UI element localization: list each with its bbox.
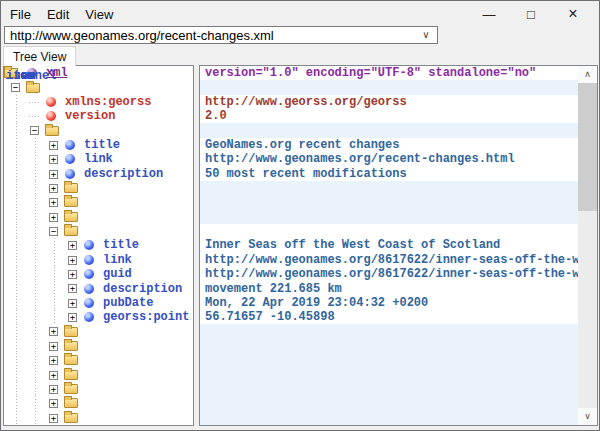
value-row: http://www.geonames.org/8617622/inner-se…: [200, 267, 578, 281]
expand-icon[interactable]: +: [49, 198, 58, 207]
scrollbar-thumb[interactable]: [578, 83, 597, 211]
expand-icon[interactable]: +: [68, 256, 77, 265]
minimize-button[interactable]: —: [468, 2, 510, 26]
tree-row[interactable]: −channel: [4, 123, 193, 137]
tree-node-label[interactable]: description: [83, 167, 163, 181]
tree-row[interactable]: +item: [4, 396, 193, 410]
collapse-icon[interactable]: −: [30, 126, 39, 135]
tree-guide-line: [26, 167, 45, 181]
vertical-scrollbar[interactable]: ∧ ∨: [578, 66, 597, 425]
tree-connector: +: [45, 324, 64, 338]
expand-icon[interactable]: +: [49, 213, 58, 222]
folder-icon: [64, 339, 79, 353]
element-icon: [83, 267, 98, 281]
value-row: [200, 181, 578, 195]
value-text: Mon, 22 Apr 2019 23:04:32 +0200: [205, 296, 428, 310]
tree-row[interactable]: +item: [4, 353, 193, 367]
tree-guide-line: [7, 95, 26, 109]
expand-icon[interactable]: +: [49, 414, 58, 423]
expand-icon[interactable]: +: [49, 170, 58, 179]
tree-row[interactable]: +pubDate: [4, 296, 193, 310]
tree-row[interactable]: +title: [4, 238, 193, 252]
tree-row[interactable]: version: [4, 109, 193, 123]
value-text: http://www.georss.org/georss: [205, 95, 407, 109]
folder-icon: [45, 124, 60, 138]
tree-row[interactable]: +item: [4, 382, 193, 396]
menu-edit[interactable]: Edit: [39, 4, 77, 25]
value-row: [200, 324, 578, 338]
scroll-down-button[interactable]: ∨: [578, 408, 597, 425]
tree-connector: [26, 95, 45, 109]
combobox-dropdown-button[interactable]: ∨: [415, 27, 437, 43]
tree-node-label[interactable]: pubDate: [102, 296, 153, 310]
expand-icon[interactable]: +: [49, 327, 58, 336]
collapse-icon[interactable]: −: [49, 227, 58, 236]
tree-guide-line: [26, 339, 45, 353]
tree-node-label[interactable]: title: [83, 138, 120, 152]
tree-node-label[interactable]: title: [102, 238, 139, 252]
tree-node-label[interactable]: version: [64, 109, 115, 123]
expand-icon[interactable]: +: [49, 141, 58, 150]
chevron-up-icon: ∧: [584, 69, 591, 79]
tree-node-label[interactable]: description: [102, 282, 182, 296]
expand-icon[interactable]: +: [49, 184, 58, 193]
tree-row[interactable]: +item: [4, 210, 193, 224]
menu-view[interactable]: View: [77, 4, 121, 25]
expand-icon[interactable]: +: [68, 299, 77, 308]
tree-row[interactable]: −item: [4, 224, 193, 238]
expand-icon[interactable]: +: [68, 284, 77, 293]
expand-icon[interactable]: +: [68, 270, 77, 279]
tree-row[interactable]: +item: [4, 195, 193, 209]
close-button[interactable]: ×: [552, 2, 594, 26]
element-icon: [83, 238, 98, 252]
address-input[interactable]: [5, 27, 415, 43]
value-text: version="1.0" encoding="UTF-8" standalon…: [205, 66, 536, 80]
collapse-icon[interactable]: −: [11, 83, 20, 92]
tree-row[interactable]: +guid: [4, 267, 193, 281]
tree-row[interactable]: +georss:point: [4, 310, 193, 324]
tree-row[interactable]: +item: [4, 339, 193, 353]
chevron-down-icon: ∨: [584, 411, 591, 421]
expand-icon[interactable]: +: [68, 241, 77, 250]
tree-node-label[interactable]: georss:point: [102, 310, 189, 324]
tree-connector: +: [45, 382, 64, 396]
tree-row[interactable]: +description: [4, 281, 193, 295]
scroll-up-button[interactable]: ∧: [578, 66, 597, 83]
tree-row[interactable]: +title: [4, 138, 193, 152]
folder-icon: [64, 353, 79, 367]
expand-icon[interactable]: +: [49, 155, 58, 164]
tree-node-label[interactable]: link: [83, 152, 113, 166]
folder-icon: [64, 224, 79, 238]
tree-guide-line: [26, 181, 45, 195]
tree-node-label[interactable]: xmlns:georss: [64, 95, 151, 109]
tree-connector: +: [64, 281, 83, 295]
tree-row[interactable]: +item: [4, 181, 193, 195]
tree-row[interactable]: +link: [4, 152, 193, 166]
tree-row[interactable]: +item: [4, 368, 193, 382]
tree-node-label[interactable]: link: [102, 253, 132, 267]
tree-row[interactable]: +item: [4, 324, 193, 338]
value-row: http://www.geonames.org/recent-changes.h…: [200, 152, 578, 166]
value-row: movement 221.685 km: [200, 281, 578, 295]
expand-icon[interactable]: +: [49, 385, 58, 394]
tree-guide-line: [7, 238, 26, 252]
value-row: GeoNames.org recent changes: [200, 138, 578, 152]
expand-icon[interactable]: +: [49, 371, 58, 380]
tab-tree-view[interactable]: Tree View: [3, 46, 76, 66]
expand-icon[interactable]: +: [49, 342, 58, 351]
expand-icon[interactable]: +: [68, 313, 77, 322]
menu-file[interactable]: File: [2, 4, 39, 25]
tree-node-label[interactable]: guid: [102, 267, 132, 281]
tree-row[interactable]: +description: [4, 167, 193, 181]
value-text: 2.0: [205, 109, 227, 123]
tree-guide-line: [26, 195, 45, 209]
tree-row[interactable]: +link: [4, 253, 193, 267]
expand-icon[interactable]: +: [49, 356, 58, 365]
element-icon: [83, 282, 98, 296]
maximize-button[interactable]: □: [510, 2, 552, 26]
tree-row[interactable]: xmlns:georss: [4, 95, 193, 109]
tree-guide-line: [7, 224, 26, 238]
expand-icon[interactable]: +: [49, 399, 58, 408]
tree-row[interactable]: +item: [4, 411, 193, 425]
tree-connector: +: [45, 138, 64, 152]
